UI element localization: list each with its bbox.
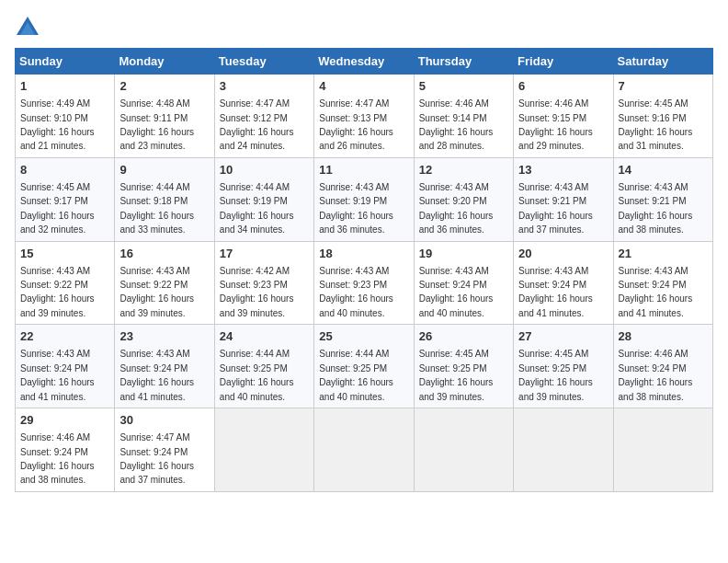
week-row-1: 1Sunrise: 4:49 AM Sunset: 9:10 PM Daylig… — [16, 75, 713, 158]
day-number: 12 — [419, 162, 508, 178]
day-info: Sunrise: 4:46 AM Sunset: 9:24 PM Dayligh… — [20, 432, 95, 485]
day-cell — [613, 408, 712, 492]
day-info: Sunrise: 4:43 AM Sunset: 9:21 PM Dayligh… — [619, 182, 693, 235]
day-cell: 19Sunrise: 4:43 AM Sunset: 9:24 PM Dayli… — [414, 241, 513, 325]
day-cell — [214, 408, 313, 492]
day-cell: 1Sunrise: 4:49 AM Sunset: 9:10 PM Daylig… — [16, 75, 115, 158]
calendar-table: SundayMondayTuesdayWednesdayThursdayFrid… — [15, 48, 713, 492]
day-cell: 20Sunrise: 4:43 AM Sunset: 9:24 PM Dayli… — [514, 241, 613, 325]
week-row-3: 15Sunrise: 4:43 AM Sunset: 9:22 PM Dayli… — [16, 241, 713, 325]
day-number: 2 — [119, 78, 209, 95]
day-number: 29 — [20, 412, 109, 429]
day-info: Sunrise: 4:43 AM Sunset: 9:24 PM Dayligh… — [419, 266, 494, 318]
day-number: 4 — [319, 78, 408, 95]
day-info: Sunrise: 4:45 AM Sunset: 9:17 PM Dayligh… — [20, 182, 95, 235]
day-number: 9 — [119, 162, 209, 178]
day-number: 10 — [220, 162, 309, 178]
day-number: 8 — [20, 162, 109, 178]
day-cell: 15Sunrise: 4:43 AM Sunset: 9:22 PM Dayli… — [16, 241, 115, 325]
day-number: 23 — [119, 328, 209, 345]
day-info: Sunrise: 4:44 AM Sunset: 9:18 PM Dayligh… — [119, 182, 194, 235]
weekday-friday: Friday — [514, 49, 613, 75]
day-info: Sunrise: 4:49 AM Sunset: 9:10 PM Dayligh… — [20, 98, 95, 151]
day-info: Sunrise: 4:44 AM Sunset: 9:25 PM Dayligh… — [319, 349, 393, 401]
day-cell: 9Sunrise: 4:44 AM Sunset: 9:18 PM Daylig… — [115, 157, 214, 241]
calendar-body: 1Sunrise: 4:49 AM Sunset: 9:10 PM Daylig… — [16, 75, 713, 492]
day-info: Sunrise: 4:47 AM Sunset: 9:12 PM Dayligh… — [220, 98, 294, 151]
day-cell: 26Sunrise: 4:45 AM Sunset: 9:25 PM Dayli… — [414, 325, 513, 408]
day-cell: 16Sunrise: 4:43 AM Sunset: 9:22 PM Dayli… — [115, 241, 214, 325]
day-cell: 4Sunrise: 4:47 AM Sunset: 9:13 PM Daylig… — [314, 75, 414, 158]
day-info: Sunrise: 4:43 AM Sunset: 9:24 PM Dayligh… — [119, 349, 194, 401]
day-cell: 30Sunrise: 4:47 AM Sunset: 9:24 PM Dayli… — [115, 408, 214, 492]
day-info: Sunrise: 4:43 AM Sunset: 9:22 PM Dayligh… — [119, 266, 194, 318]
week-row-4: 22Sunrise: 4:43 AM Sunset: 9:24 PM Dayli… — [16, 325, 713, 408]
day-info: Sunrise: 4:47 AM Sunset: 9:24 PM Dayligh… — [119, 432, 194, 485]
day-number: 20 — [518, 246, 608, 262]
day-cell: 17Sunrise: 4:42 AM Sunset: 9:23 PM Dayli… — [214, 241, 313, 325]
day-cell: 6Sunrise: 4:46 AM Sunset: 9:15 PM Daylig… — [514, 75, 613, 158]
day-cell: 24Sunrise: 4:44 AM Sunset: 9:25 PM Dayli… — [214, 325, 313, 408]
logo-icon — [15, 15, 40, 40]
logo — [15, 15, 44, 40]
day-cell: 18Sunrise: 4:43 AM Sunset: 9:23 PM Dayli… — [314, 241, 414, 325]
week-row-2: 8Sunrise: 4:45 AM Sunset: 9:17 PM Daylig… — [16, 157, 713, 241]
day-cell: 11Sunrise: 4:43 AM Sunset: 9:19 PM Dayli… — [314, 157, 414, 241]
day-cell: 28Sunrise: 4:46 AM Sunset: 9:24 PM Dayli… — [613, 325, 712, 408]
day-number: 18 — [319, 246, 408, 262]
day-number: 21 — [619, 246, 708, 262]
day-number: 7 — [619, 78, 708, 95]
day-number: 14 — [619, 162, 708, 178]
day-number: 22 — [20, 328, 109, 345]
day-info: Sunrise: 4:43 AM Sunset: 9:20 PM Dayligh… — [419, 182, 494, 235]
day-info: Sunrise: 4:46 AM Sunset: 9:24 PM Dayligh… — [619, 349, 693, 401]
day-number: 25 — [319, 328, 408, 345]
day-cell: 27Sunrise: 4:45 AM Sunset: 9:25 PM Dayli… — [514, 325, 613, 408]
day-info: Sunrise: 4:43 AM Sunset: 9:19 PM Dayligh… — [319, 182, 393, 235]
day-info: Sunrise: 4:45 AM Sunset: 9:25 PM Dayligh… — [518, 349, 593, 401]
day-info: Sunrise: 4:42 AM Sunset: 9:23 PM Dayligh… — [220, 266, 294, 318]
weekday-wednesday: Wednesday — [314, 49, 414, 75]
day-cell: 3Sunrise: 4:47 AM Sunset: 9:12 PM Daylig… — [214, 75, 313, 158]
day-info: Sunrise: 4:48 AM Sunset: 9:11 PM Dayligh… — [119, 98, 194, 151]
day-cell: 2Sunrise: 4:48 AM Sunset: 9:11 PM Daylig… — [115, 75, 214, 158]
weekday-saturday: Saturday — [613, 49, 712, 75]
day-info: Sunrise: 4:47 AM Sunset: 9:13 PM Dayligh… — [319, 98, 393, 151]
day-cell: 23Sunrise: 4:43 AM Sunset: 9:24 PM Dayli… — [115, 325, 214, 408]
day-cell: 5Sunrise: 4:46 AM Sunset: 9:14 PM Daylig… — [414, 75, 513, 158]
day-info: Sunrise: 4:45 AM Sunset: 9:25 PM Dayligh… — [419, 349, 494, 401]
day-info: Sunrise: 4:43 AM Sunset: 9:21 PM Dayligh… — [518, 182, 593, 235]
day-info: Sunrise: 4:43 AM Sunset: 9:22 PM Dayligh… — [20, 266, 95, 318]
day-cell — [314, 408, 414, 492]
day-cell: 13Sunrise: 4:43 AM Sunset: 9:21 PM Dayli… — [514, 157, 613, 241]
day-info: Sunrise: 4:43 AM Sunset: 9:24 PM Dayligh… — [518, 266, 593, 318]
header — [15, 15, 713, 40]
day-cell: 12Sunrise: 4:43 AM Sunset: 9:20 PM Dayli… — [414, 157, 513, 241]
day-info: Sunrise: 4:44 AM Sunset: 9:25 PM Dayligh… — [220, 349, 294, 401]
day-number: 28 — [619, 328, 708, 345]
day-number: 13 — [518, 162, 608, 178]
day-number: 6 — [518, 78, 608, 95]
day-number: 11 — [319, 162, 408, 178]
day-info: Sunrise: 4:45 AM Sunset: 9:16 PM Dayligh… — [619, 98, 693, 151]
day-number: 27 — [518, 328, 608, 345]
day-cell: 25Sunrise: 4:44 AM Sunset: 9:25 PM Dayli… — [314, 325, 414, 408]
day-number: 1 — [20, 78, 109, 95]
day-info: Sunrise: 4:46 AM Sunset: 9:14 PM Dayligh… — [419, 98, 494, 151]
day-cell: 10Sunrise: 4:44 AM Sunset: 9:19 PM Dayli… — [214, 157, 313, 241]
day-cell: 22Sunrise: 4:43 AM Sunset: 9:24 PM Dayli… — [16, 325, 115, 408]
day-cell — [414, 408, 513, 492]
day-number: 30 — [119, 412, 209, 429]
day-info: Sunrise: 4:43 AM Sunset: 9:24 PM Dayligh… — [619, 266, 693, 318]
day-cell: 21Sunrise: 4:43 AM Sunset: 9:24 PM Dayli… — [613, 241, 712, 325]
day-cell: 7Sunrise: 4:45 AM Sunset: 9:16 PM Daylig… — [613, 75, 712, 158]
week-row-5: 29Sunrise: 4:46 AM Sunset: 9:24 PM Dayli… — [16, 408, 713, 492]
day-info: Sunrise: 4:46 AM Sunset: 9:15 PM Dayligh… — [518, 98, 593, 151]
weekday-header-row: SundayMondayTuesdayWednesdayThursdayFrid… — [16, 49, 713, 75]
day-number: 26 — [419, 328, 508, 345]
day-cell: 8Sunrise: 4:45 AM Sunset: 9:17 PM Daylig… — [16, 157, 115, 241]
day-number: 16 — [119, 246, 209, 262]
day-cell — [514, 408, 613, 492]
day-info: Sunrise: 4:43 AM Sunset: 9:24 PM Dayligh… — [20, 349, 95, 401]
day-info: Sunrise: 4:44 AM Sunset: 9:19 PM Dayligh… — [220, 182, 294, 235]
